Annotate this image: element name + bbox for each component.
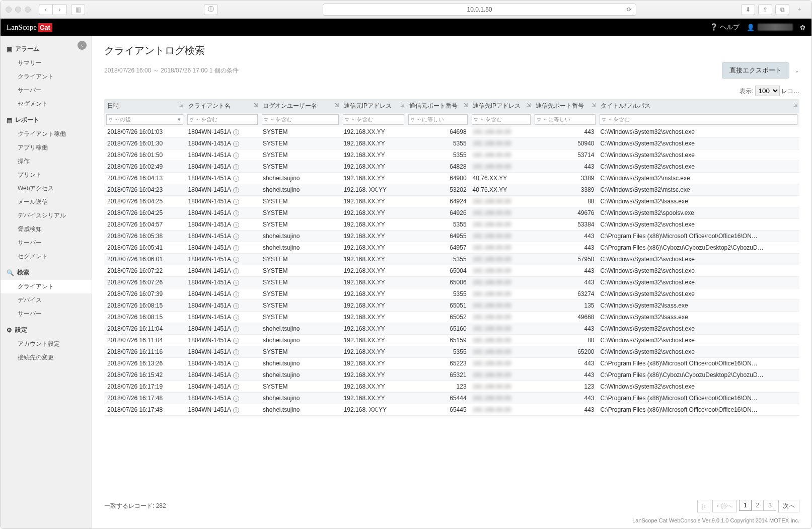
nav-group-report[interactable]: ▤レポート — [1, 113, 92, 127]
table-row[interactable]: 2018/07/26 16:07:221804WN-1451AiSYSTEM19… — [104, 265, 799, 277]
traffic-min[interactable] — [15, 7, 21, 13]
reload-icon[interactable]: ⟳ — [627, 6, 632, 13]
table-row[interactable]: 2018/07/26 16:13:261804WN-1451Aishohei.t… — [104, 358, 799, 369]
settings-gear-icon[interactable]: ✿ — [800, 24, 805, 31]
table-row[interactable]: 2018/07/26 16:17:481804WN-1451Aishohei.t… — [104, 404, 799, 416]
pin-icon[interactable]: ⇲ — [400, 102, 404, 108]
nav-item[interactable]: 操作 — [1, 155, 92, 168]
table-row[interactable]: 2018/07/26 16:05:381804WN-1451Aishohei.t… — [104, 231, 799, 242]
table-row[interactable]: 2018/07/26 16:01:501804WN-1451AiSYSTEM19… — [104, 149, 799, 161]
nav-item[interactable]: サーバー — [1, 84, 92, 97]
column-filter[interactable]: ▽～を含む — [341, 113, 406, 126]
table-row[interactable]: 2018/07/26 16:11:041804WN-1451Aishohei.t… — [104, 323, 799, 335]
pager-page[interactable]: 3 — [764, 500, 776, 511]
new-tab-button[interactable]: ＋ — [792, 4, 806, 15]
nav-group-search[interactable]: 🔍検索 — [1, 265, 92, 280]
column-header[interactable]: タイトル/フルパス⇲ — [598, 99, 799, 113]
column-filter[interactable]: ▽～の後 ▾ — [104, 113, 185, 126]
nav-item[interactable]: 脅威検知 — [1, 222, 92, 236]
table-row[interactable]: 2018/07/26 16:01:301804WN-1451AiSYSTEM19… — [104, 138, 799, 149]
column-header[interactable]: ログオンユーザー名⇲ — [260, 99, 341, 113]
table-row[interactable]: 2018/07/26 16:01:031804WN-1451AiSYSTEM19… — [104, 126, 799, 138]
table-row[interactable]: 2018/07/26 16:05:411804WN-1451Aishohei.t… — [104, 242, 799, 254]
pager-next[interactable]: 次へ — [778, 500, 799, 512]
column-header[interactable]: 通信先IPアドレス⇲ — [470, 99, 533, 113]
pager-first[interactable]: |‹ — [697, 500, 710, 512]
table-row[interactable]: 2018/07/26 16:11:041804WN-1451Aishohei.t… — [104, 335, 799, 346]
pin-icon[interactable]: ⇲ — [592, 102, 596, 108]
nav-item[interactable]: アプリ稼働 — [1, 141, 92, 155]
page-size-select[interactable]: 100 — [755, 86, 780, 96]
nav-item[interactable]: クライアント稼働 — [1, 127, 92, 141]
info-icon[interactable]: i — [233, 338, 239, 344]
info-icon[interactable]: i — [233, 245, 239, 251]
help-link[interactable]: ❔ ヘルプ — [710, 23, 740, 32]
table-row[interactable]: 2018/07/26 16:04:231804WN-1451Aishohei.t… — [104, 184, 799, 196]
table-row[interactable]: 2018/07/26 16:07:391804WN-1451AiSYSTEM19… — [104, 288, 799, 300]
tabs-button[interactable]: ⧉ — [775, 4, 789, 15]
nav-item[interactable]: デバイスシリアル — [1, 209, 92, 222]
nav-item[interactable]: 接続先の変更 — [1, 351, 92, 364]
nav-item[interactable]: セグメント — [1, 250, 92, 263]
nav-item[interactable]: クライアント — [1, 70, 92, 84]
info-icon[interactable]: i — [233, 222, 239, 228]
table-row[interactable]: 2018/07/26 16:11:161804WN-1451AiSYSTEM19… — [104, 346, 799, 358]
traffic-close[interactable] — [6, 7, 12, 13]
pager-page[interactable]: 1 — [739, 500, 752, 511]
info-icon[interactable]: i — [233, 407, 239, 413]
sidebar-toggle-button[interactable]: ▥ — [71, 4, 85, 15]
info-icon[interactable]: i — [233, 396, 239, 402]
user-menu[interactable]: 👤 — [747, 24, 793, 31]
nav-item[interactable]: メール送信 — [1, 195, 92, 209]
site-info-button[interactable]: ⓘ — [204, 4, 218, 15]
table-row[interactable]: 2018/07/26 16:06:011804WN-1451AiSYSTEM19… — [104, 254, 799, 265]
info-icon[interactable]: i — [233, 372, 239, 379]
column-filter[interactable]: ▽～を含む — [598, 113, 799, 126]
column-header[interactable]: 日時⇲ — [104, 99, 185, 113]
pin-icon[interactable]: ⇲ — [335, 102, 339, 108]
address-bar[interactable]: 10.0.1.50 ⟳ — [323, 4, 636, 16]
info-icon[interactable]: i — [233, 129, 239, 135]
info-icon[interactable]: i — [233, 210, 239, 216]
pin-icon[interactable]: ⇲ — [527, 102, 531, 108]
table-row[interactable]: 2018/07/26 16:04:131804WN-1451Aishohei.t… — [104, 173, 799, 184]
nav-item[interactable]: Webアクセス — [1, 182, 92, 195]
table-row[interactable]: 2018/07/26 16:08:151804WN-1451AiSYSTEM19… — [104, 300, 799, 312]
table-row[interactable]: 2018/07/26 16:04:251804WN-1451AiSYSTEM19… — [104, 207, 799, 219]
info-icon[interactable]: i — [233, 315, 239, 321]
info-icon[interactable]: i — [233, 153, 239, 159]
nav-item[interactable]: セグメント — [1, 97, 92, 111]
nav-item[interactable]: クライアント — [1, 280, 92, 293]
nav-item[interactable]: プリント — [1, 168, 92, 182]
column-filter[interactable]: ▽～を含む — [260, 113, 341, 126]
table-row[interactable]: 2018/07/26 16:07:261804WN-1451AiSYSTEM19… — [104, 277, 799, 288]
pager-page[interactable]: 2 — [752, 500, 764, 511]
info-icon[interactable]: i — [233, 268, 239, 274]
info-icon[interactable]: i — [233, 303, 239, 309]
info-icon[interactable]: i — [233, 176, 239, 182]
info-icon[interactable]: i — [233, 291, 239, 297]
table-row[interactable]: 2018/07/26 16:04:251804WN-1451AiSYSTEM19… — [104, 196, 799, 207]
forward-button[interactable]: › — [53, 4, 67, 15]
column-filter[interactable]: ▽～を含む — [470, 113, 533, 126]
table-row[interactable]: 2018/07/26 16:17:191804WN-1451AiSYSTEM19… — [104, 381, 799, 393]
pin-icon[interactable]: ⇲ — [254, 102, 258, 108]
share-button[interactable]: ⇪ — [758, 4, 772, 15]
pin-icon[interactable]: ⇲ — [464, 102, 468, 108]
table-row[interactable]: 2018/07/26 16:02:491804WN-1451AiSYSTEM19… — [104, 161, 799, 173]
info-icon[interactable]: i — [233, 349, 239, 355]
sidebar-collapse-button[interactable]: ‹ — [78, 41, 87, 50]
info-icon[interactable]: i — [233, 326, 239, 332]
column-header[interactable]: 通信元ポート番号⇲ — [406, 99, 469, 113]
pager-prev[interactable]: ‹ 前へ — [712, 500, 737, 512]
nav-item[interactable]: サマリー — [1, 56, 92, 70]
info-icon[interactable]: i — [233, 384, 239, 390]
download-button[interactable]: ⬇ — [741, 4, 755, 15]
info-icon[interactable]: i — [233, 187, 239, 193]
info-icon[interactable]: i — [233, 234, 239, 240]
column-filter[interactable]: ▽～を含む — [185, 113, 260, 126]
column-filter[interactable]: ▽～に等しい — [406, 113, 469, 126]
nav-item[interactable]: デバイス — [1, 293, 92, 307]
table-row[interactable]: 2018/07/26 16:17:481804WN-1451Aishohei.t… — [104, 393, 799, 404]
table-row[interactable]: 2018/07/26 16:08:151804WN-1451AiSYSTEM19… — [104, 312, 799, 323]
